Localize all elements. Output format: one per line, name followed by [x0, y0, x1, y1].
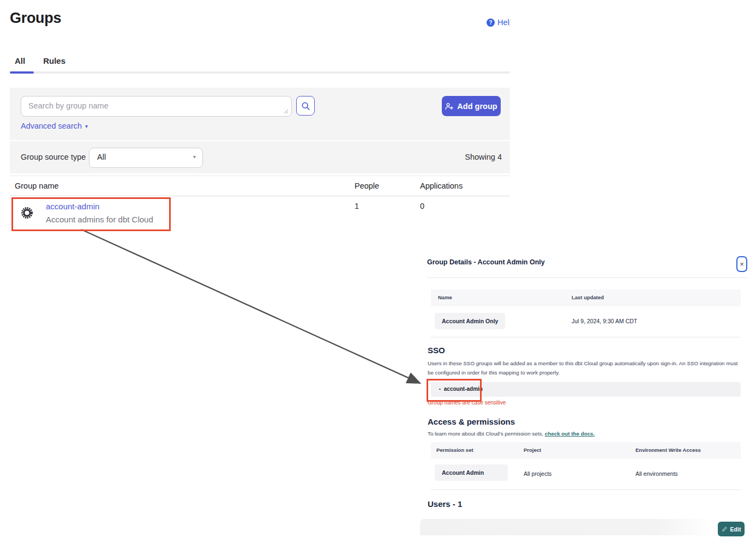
panel-title: Group Details - Account Admin Only	[427, 258, 545, 266]
column-permission-set: Permission set	[436, 447, 473, 453]
sso-group-name: account-admin	[444, 386, 483, 392]
tab-track	[10, 71, 510, 74]
close-icon: ×	[740, 260, 744, 268]
column-last-updated: Last updated	[572, 294, 604, 300]
group-source-type-select[interactable]: All ▾	[89, 148, 203, 168]
sso-group-entry: • account-admin	[439, 386, 483, 392]
column-applications: Applications	[420, 182, 463, 190]
edit-label: Edit	[730, 526, 741, 533]
chevron-down-icon: ▾	[85, 123, 88, 129]
column-environment-write-access: Environment Write Access	[635, 447, 701, 453]
group-details-panel: Group Details - Account Admin Only × Nam…	[427, 256, 747, 540]
sso-heading: SSO	[428, 346, 445, 355]
access-permissions-description: To learn more about dbt Cloud's permissi…	[428, 431, 595, 437]
permissions-table-row: Account Admin All projects All environme…	[431, 459, 741, 490]
search-placeholder: Search by group name	[28, 101, 109, 110]
help-link[interactable]: ? Help	[487, 18, 510, 27]
screenshot-canvas: Groups ? Help All Rules Search by group …	[0, 0, 756, 550]
add-person-icon	[445, 102, 453, 110]
permissions-table-header: Permission set Project Environment Write…	[431, 442, 741, 459]
column-project: Project	[524, 447, 541, 453]
groups-table-header: Group name People Applications	[10, 176, 510, 196]
search-button[interactable]	[296, 96, 315, 116]
advanced-search-label: Advanced search	[21, 122, 82, 130]
group-name-link[interactable]: account-admin	[46, 202, 99, 211]
close-button[interactable]: ×	[736, 256, 747, 272]
help-label: Help	[497, 18, 510, 27]
search-input[interactable]: Search by group name	[21, 96, 292, 117]
environment-value: All environments	[635, 470, 678, 477]
help-icon: ?	[487, 19, 495, 27]
group-name-chip: Account Admin Only	[435, 313, 505, 329]
sso-group-field[interactable]: • account-admin	[431, 382, 741, 397]
tab-bar: All Rules	[15, 56, 65, 65]
column-people: People	[355, 182, 379, 190]
column-name: Name	[438, 294, 452, 300]
description-text: To learn more about dbt Cloud's permissi…	[428, 431, 545, 437]
tab-rules[interactable]: Rules	[43, 56, 65, 65]
name-table: Name Last updated Account Admin Only Jul…	[431, 289, 741, 337]
search-panel: Search by group name Advanced search ▾	[10, 88, 510, 140]
people-count: 1	[355, 202, 359, 210]
group-icon	[21, 207, 33, 219]
page-title: Groups	[10, 10, 61, 27]
applications-count: 0	[420, 202, 424, 210]
add-group-button[interactable]: Add group	[442, 96, 501, 116]
case-sensitive-warning: Group names are case sensitive	[428, 400, 506, 406]
table-row[interactable]: account-admin Account admins for dbt Clo…	[10, 195, 510, 231]
last-updated-value: Jul 9, 2024, 9:30 AM CDT	[572, 318, 637, 324]
tab-all[interactable]: All	[15, 56, 25, 65]
column-group-name: Group name	[15, 182, 59, 190]
name-table-header: Name Last updated	[431, 289, 741, 306]
group-source-type-label: Group source type	[21, 153, 86, 161]
sso-description: Users in these SSO groups will be added …	[428, 359, 741, 378]
active-tab-indicator	[10, 71, 34, 74]
project-value: All projects	[524, 470, 551, 477]
filter-panel: Group source type All ▾	[10, 141, 510, 173]
name-table-row: Account Admin Only Jul 9, 2024, 9:30 AM …	[431, 306, 741, 337]
users-heading: Users - 1	[428, 499, 462, 509]
add-group-label: Add group	[457, 102, 497, 111]
panel-footer	[420, 519, 715, 535]
permission-set-chip: Account Admin	[435, 464, 508, 481]
search-icon	[301, 101, 310, 111]
access-permissions-heading: Access & permissions	[428, 417, 515, 426]
resize-handle-icon[interactable]	[284, 109, 289, 114]
divider	[427, 277, 747, 278]
bullet-icon: •	[439, 386, 441, 391]
chevron-down-icon: ▾	[193, 154, 196, 160]
permissions-table: Permission set Project Environment Write…	[431, 442, 741, 490]
docs-link[interactable]: check out the docs.	[545, 431, 595, 437]
showing-count: Showing 4	[465, 153, 502, 161]
group-description: Account admins for dbt Cloud	[46, 215, 153, 224]
edit-button[interactable]: Edit	[718, 522, 745, 536]
advanced-search-link[interactable]: Advanced search ▾	[21, 122, 88, 130]
select-value: All	[97, 153, 106, 161]
pencil-icon	[722, 526, 728, 532]
